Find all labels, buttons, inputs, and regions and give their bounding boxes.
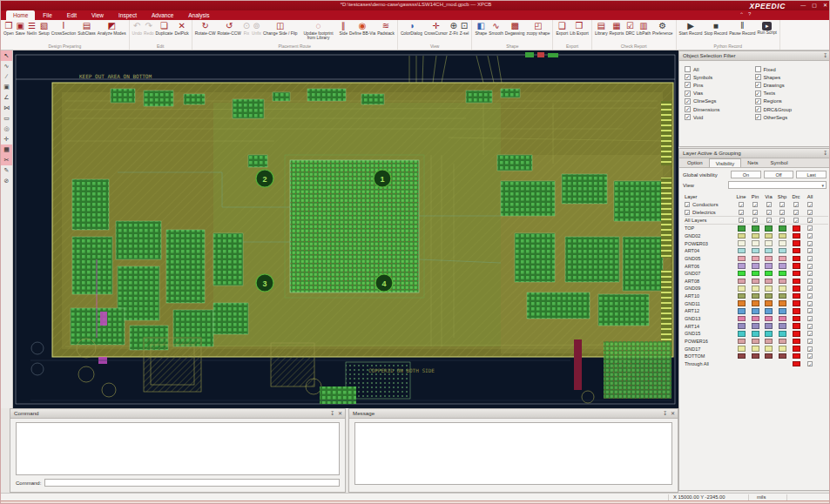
drc-color-swatch[interactable] (793, 300, 800, 306)
checkbox-texts[interactable] (755, 91, 761, 97)
color-swatch[interactable] (752, 256, 759, 262)
color-swatch[interactable] (752, 293, 759, 299)
lib-export-button[interactable]: ❒Lib Export (569, 20, 590, 36)
color-swatch[interactable] (752, 271, 759, 277)
visibility-off-button[interactable]: Off (764, 171, 794, 178)
open-button[interactable]: ❐Open (3, 20, 15, 36)
pin-icon[interactable]: ↧ (663, 410, 667, 416)
color-swatch[interactable] (765, 308, 773, 314)
checkbox-layer-gnd11-all[interactable] (807, 301, 813, 306)
color-swatch[interactable] (738, 331, 746, 337)
layer-row-power03[interactable]: POWER03 (685, 239, 828, 247)
reports-button[interactable]: ▦Reports (609, 20, 625, 36)
menu-tab-analysis[interactable]: Analysis (181, 10, 216, 20)
checkbox-layer-art08-all[interactable] (807, 279, 813, 284)
color-swatch[interactable] (779, 339, 786, 345)
color-swatch[interactable] (738, 316, 746, 322)
color-swatch[interactable] (765, 279, 773, 285)
color-swatch[interactable] (752, 308, 759, 314)
color-dialog-button[interactable]: ◑ColorDialog (400, 20, 423, 36)
menu-tab-view[interactable]: View (84, 10, 111, 20)
drc-color-swatch[interactable] (793, 346, 800, 352)
color-swatch[interactable] (738, 300, 746, 306)
pin-icon[interactable]: ↧ (823, 150, 827, 156)
layer-tab-option[interactable]: Option (681, 158, 709, 167)
pcb-canvas[interactable]: KEEP OUT AREA ON BOTTOM (13, 50, 678, 408)
checkbox-drc-group[interactable] (755, 106, 761, 112)
color-swatch[interactable] (765, 300, 773, 306)
drc-color-swatch[interactable] (793, 286, 800, 292)
setup-button[interactable]: ▧Setup (37, 20, 51, 36)
color-swatch[interactable] (765, 353, 773, 360)
close-icon[interactable]: ✕ (671, 410, 675, 416)
color-swatch[interactable] (779, 263, 786, 269)
area-select-tool[interactable]: ▭ (1, 113, 12, 124)
color-swatch[interactable] (779, 271, 786, 277)
color-swatch[interactable] (752, 248, 759, 254)
checkbox-dielectrics-col0[interactable] (739, 210, 744, 215)
define-bb-via-button[interactable]: ◉Define BB-Via (348, 20, 376, 36)
color-swatch[interactable] (738, 248, 746, 254)
color-swatch[interactable] (765, 346, 773, 352)
color-swatch[interactable] (752, 279, 759, 285)
color-swatch[interactable] (779, 308, 786, 314)
pin-icon[interactable]: ↧ (330, 410, 334, 416)
layer-row-gnd15[interactable]: GND15 (685, 330, 828, 338)
view-dropdown[interactable]: ▾ (728, 181, 827, 189)
measure-tool[interactable]: ∠ (1, 92, 12, 103)
color-swatch[interactable] (765, 233, 773, 239)
layer-row-gnd13[interactable]: GND13 (685, 315, 828, 323)
color-swatch[interactable] (765, 323, 773, 329)
color-swatch[interactable] (738, 293, 746, 299)
checkbox-layer-top-all[interactable] (807, 225, 813, 231)
rotate-ccw-button[interactable]: ↺Rotate-CCW (217, 20, 242, 36)
pause-record-button[interactable]: ‖Pause Record (728, 20, 756, 36)
checkbox-dielectrics[interactable] (685, 210, 690, 215)
menu-tab-advance[interactable]: Advance (145, 10, 180, 20)
subclass-button[interactable]: ▤SubClass (77, 20, 97, 36)
layer-row-art14[interactable]: ART14 (685, 322, 828, 330)
color-swatch[interactable] (738, 353, 746, 360)
color-swatch[interactable] (779, 323, 786, 329)
layer-row-art12[interactable]: ART12 (685, 307, 828, 315)
drc-color-swatch[interactable] (793, 256, 800, 262)
cut-tool[interactable]: ✂ (1, 155, 12, 165)
checkbox-all-layers-col4[interactable] (793, 218, 799, 223)
drc-color-swatch[interactable] (793, 316, 800, 322)
checkbox-conductors-col2[interactable] (766, 202, 772, 207)
layer-tab-visibility[interactable]: Visibility (709, 158, 742, 167)
analyze-modes-button[interactable]: ◩Analyze Modes (97, 20, 127, 36)
color-swatch[interactable] (779, 240, 786, 246)
checkbox-dielectrics-col1[interactable] (752, 210, 758, 215)
color-swatch[interactable] (752, 331, 759, 337)
color-swatch[interactable] (765, 316, 773, 322)
color-swatch[interactable] (738, 263, 746, 269)
color-swatch[interactable] (752, 353, 759, 360)
checkbox-layer-gnd07-all[interactable] (807, 271, 813, 276)
checkbox-othersegs[interactable] (755, 114, 761, 120)
drc-color-swatch[interactable] (793, 271, 800, 277)
color-swatch[interactable] (765, 263, 773, 269)
drc-color-swatch[interactable] (793, 339, 800, 345)
checkbox-dielectrics-col2[interactable] (766, 210, 772, 215)
checkbox-dielectrics-col5[interactable] (807, 210, 813, 215)
duplicate-button[interactable]: ❏Duplicate (155, 20, 174, 36)
shape-button[interactable]: ◧Shape (474, 20, 488, 36)
save-button[interactable]: ▣Save (15, 20, 26, 36)
drc-color-swatch[interactable] (793, 293, 800, 299)
maximize-button[interactable]: ▢ (812, 2, 817, 9)
checkbox-all-layers-col0[interactable] (739, 218, 744, 223)
stop-record-button[interactable]: ■Stop Record (703, 20, 728, 36)
layer-tab-symbol[interactable]: Symbol (765, 158, 794, 167)
checkbox-clinesegs[interactable] (685, 98, 691, 104)
checkbox-layer-gnd15-all[interactable] (807, 331, 813, 336)
checkbox-all-layers-col1[interactable] (752, 218, 758, 223)
color-swatch[interactable] (779, 233, 786, 239)
layer-row-art04[interactable]: ART04 (685, 247, 828, 255)
visibility-on-button[interactable]: On (731, 171, 761, 178)
color-swatch[interactable] (765, 256, 773, 262)
pin-icon[interactable]: ↧ (823, 52, 827, 58)
checkbox-all-layers-col2[interactable] (766, 218, 772, 223)
color-swatch[interactable] (738, 233, 746, 239)
color-swatch[interactable] (752, 240, 759, 246)
